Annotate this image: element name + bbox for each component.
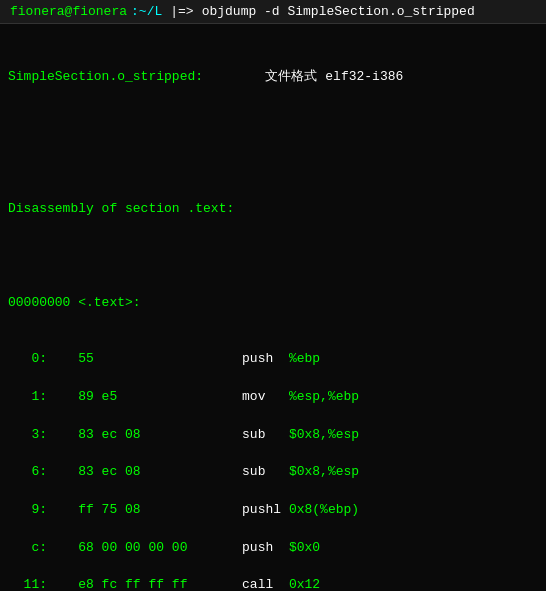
disassembly-header-text: Disassembly of section .text: [8, 201, 234, 216]
command-text: objdump -d SimpleSection.o_stripped [202, 4, 475, 19]
filename: SimpleSection.o_stripped: [8, 69, 203, 84]
blank1 [8, 105, 538, 124]
blank2 [8, 143, 538, 162]
file-label: 文件格式 [265, 69, 317, 84]
terminal-window: fionera@fionera:~/L |=> objdump -d Simpl… [0, 0, 546, 591]
function-header: 00000000 <.text>: [8, 294, 538, 313]
file-info-line: SimpleSection.o_stripped: 文件格式 elf32-i38… [8, 68, 538, 87]
prompt-path: :~/L [131, 4, 162, 19]
disassembly-header: Disassembly of section .text: [8, 200, 538, 219]
asm-line: c: 68 00 00 00 00 push $0x0 [8, 539, 538, 558]
asm-line: 3: 83 ec 08 sub $0x8,%esp [8, 426, 538, 445]
blank3 [8, 237, 538, 256]
asm-line: 1: 89 e5 mov %esp,%ebp [8, 388, 538, 407]
asm-line: 11: e8 fc ff ff ff call 0x12 [8, 576, 538, 591]
asm-line: 6: 83 ec 08 sub $0x8,%esp [8, 463, 538, 482]
title-bar: fionera@fionera:~/L |=> objdump -d Simpl… [0, 0, 546, 24]
prompt-arrow-symbol: |=> [170, 4, 193, 19]
function-header-text: 00000000 <.text>: [8, 295, 141, 310]
asm-line: 9: ff 75 08 pushl 0x8(%ebp) [8, 501, 538, 520]
prompt-user: fionera@fionera [10, 4, 127, 19]
file-label-spacer [203, 69, 265, 84]
asm-lines-container: 0: 55 push %ebp 1: 89 e5 mov %esp,%ebp 3… [8, 350, 538, 591]
file-format: elf32-i386 [325, 69, 403, 84]
terminal-content: SimpleSection.o_stripped: 文件格式 elf32-i38… [0, 24, 546, 591]
asm-line: 0: 55 push %ebp [8, 350, 538, 369]
